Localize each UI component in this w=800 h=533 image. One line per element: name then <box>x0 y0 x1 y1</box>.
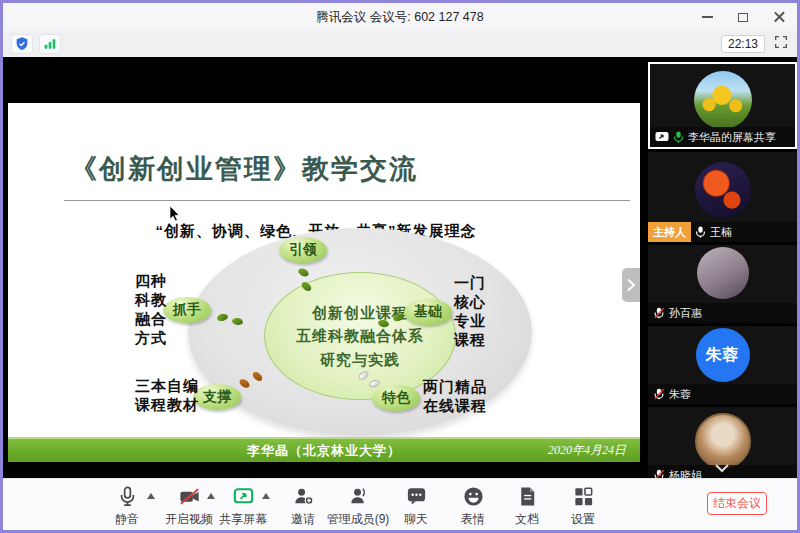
participant-name-bar: 李华晶的屏幕共享 <box>650 127 795 147</box>
badge-zhicheng: 支撑 <box>193 384 241 410</box>
shared-screen-stage: 《创新创业管理》教学交流 “创新、协调、绿色、开放、共享”新发展理念 创新创业课… <box>3 57 797 478</box>
badge-tese: 特色 <box>372 385 420 411</box>
participant-panel: 李华晶的屏幕共享 主持人 王楠 孙百惠 <box>648 57 797 478</box>
host-badge: 主持人 <box>648 222 691 242</box>
mic-on-icon <box>695 226 706 238</box>
mouse-cursor <box>169 206 180 226</box>
label-bottom-left: 三本自编课程教材 <box>134 376 200 414</box>
docs-button[interactable]: 文档 <box>495 485 559 528</box>
microphone-icon <box>116 485 139 508</box>
participant-name-bar: 孙百惠 <box>648 303 797 323</box>
mic-muted-icon <box>653 388 665 400</box>
avatar <box>697 247 749 299</box>
slide-footer-bar: 李华晶（北京林业大学） 2020年4月24日 <box>8 437 640 462</box>
share-screen-button[interactable]: 共享屏幕 <box>211 485 275 528</box>
collapse-panel-icon[interactable] <box>714 463 730 473</box>
mic-muted-icon <box>653 307 665 319</box>
avatar <box>694 71 752 129</box>
meeting-info-bar: 22:13 <box>3 31 797 57</box>
label-left: 四种科教 融合方式 <box>132 271 170 347</box>
camera-off-icon <box>178 485 201 508</box>
members-icon <box>347 485 370 508</box>
fullscreen-icon[interactable] <box>773 34 789 54</box>
end-meeting-button[interactable]: 结束会议 <box>707 492 767 515</box>
chevron-right-icon <box>626 278 636 292</box>
slide-author: 李华晶（北京林业大学） <box>247 442 401 460</box>
participant-name: 孙百惠 <box>669 306 702 321</box>
mic-on-icon <box>673 131 684 143</box>
participant-tile[interactable]: 朱蓉 朱蓉 <box>648 326 797 404</box>
slide-date: 2020年4月24日 <box>548 442 626 459</box>
title-underline <box>64 200 630 201</box>
badge-zhuashou: 抓手 <box>163 297 211 323</box>
participant-name-bar: 主持人 王楠 <box>648 222 797 242</box>
network-signal-icon[interactable] <box>39 34 61 54</box>
avatar <box>695 413 751 469</box>
emoji-icon <box>462 485 485 508</box>
center-line: 研究与实践 <box>320 348 400 371</box>
settings-button[interactable]: 设置 <box>551 485 615 528</box>
avatar: 朱蓉 <box>696 328 750 382</box>
clock-time: 22:13 <box>721 35 765 53</box>
close-button[interactable] <box>769 7 789 27</box>
share-menu-caret[interactable] <box>262 493 270 499</box>
meeting-toolbar: 静音 开启视频 共享屏幕 邀请 管理成员(9) 聊天 表情 <box>3 478 797 530</box>
window-controls <box>697 3 789 31</box>
slide-title: 《创新创业管理》教学交流 <box>70 151 418 187</box>
manage-members-button[interactable]: 管理成员(9) <box>326 485 390 528</box>
meeting-window: 腾讯会议 会议号: 602 127 478 22:13 《创新创业管理》教学交流… <box>0 0 800 533</box>
participant-tile[interactable]: 孙百惠 <box>648 245 797 323</box>
settings-icon <box>572 485 595 508</box>
badge-jichu: 基础 <box>404 299 452 325</box>
label-right: 一门核心 专业课程 <box>451 273 489 349</box>
window-title: 腾讯会议 会议号: 602 127 478 <box>316 9 483 26</box>
participant-name: 王楠 <box>710 225 732 240</box>
screen-share-icon <box>232 485 255 508</box>
mute-button[interactable]: 静音 <box>95 485 159 528</box>
minimize-button[interactable] <box>697 7 717 27</box>
participant-tile[interactable]: 李华晶的屏幕共享 <box>648 62 797 149</box>
title-bar: 腾讯会议 会议号: 602 127 478 <box>3 3 797 31</box>
presentation-slide: 《创新创业管理》教学交流 “创新、协调、绿色、开放、共享”新发展理念 创新创业课… <box>8 103 640 437</box>
screen-sharing-icon <box>655 131 669 143</box>
avatar <box>695 162 751 218</box>
security-shield-icon[interactable] <box>11 34 33 54</box>
center-line: 五维科教融合体系 <box>296 324 424 347</box>
badge-yinling: 引领 <box>279 237 327 263</box>
mute-menu-caret[interactable] <box>147 493 155 499</box>
chat-icon <box>405 485 428 508</box>
maximize-button[interactable] <box>733 7 753 27</box>
chat-button[interactable]: 聊天 <box>384 485 448 528</box>
invite-icon <box>292 485 315 508</box>
participant-name-bar: 朱蓉 <box>648 384 797 404</box>
participant-tile[interactable]: 主持人 王楠 <box>648 152 797 242</box>
center-line: 创新创业课程 <box>312 301 408 324</box>
label-bottom-right: 两门精品在线课程 <box>422 377 488 415</box>
document-icon <box>516 485 539 508</box>
next-slide-button[interactable] <box>622 268 640 302</box>
participant-name: 杨晓娟 <box>669 468 702 479</box>
participant-name: 李华晶的屏幕共享 <box>688 130 776 145</box>
mic-muted-icon <box>653 469 665 478</box>
participant-name: 朱蓉 <box>669 387 691 402</box>
